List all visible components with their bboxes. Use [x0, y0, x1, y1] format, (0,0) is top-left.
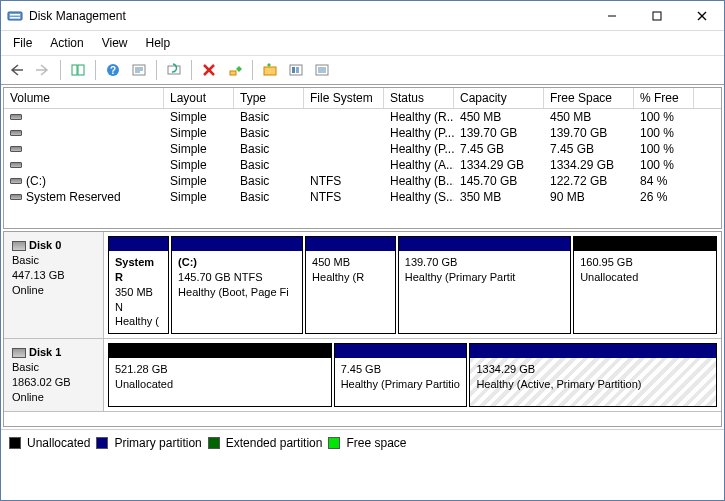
partition-size: 1334.29 GB: [476, 362, 710, 377]
partition-body: (C:)145.70 GB NTFSHealthy (Boot, Page Fi: [172, 251, 302, 333]
partition-body: 450 MBHealthy (R: [306, 251, 395, 333]
legend-label-unallocated: Unallocated: [27, 436, 90, 450]
partition-size: 521.28 GB: [115, 362, 325, 377]
partition-stripe: [306, 237, 395, 251]
menu-action[interactable]: Action: [42, 33, 91, 53]
volume-fs: [304, 109, 384, 125]
back-button[interactable]: [5, 59, 29, 81]
volume-row[interactable]: System ReservedSimpleBasicNTFSHealthy (S…: [4, 189, 721, 205]
volume-status: Healthy (B...: [384, 173, 454, 189]
partition-primary[interactable]: 1334.29 GBHealthy (Active, Primary Parti…: [469, 343, 717, 406]
svg-rect-15: [168, 66, 180, 74]
col-header-volume[interactable]: Volume: [4, 88, 164, 108]
show-hide-button[interactable]: [66, 59, 90, 81]
disk-map[interactable]: Disk 0Basic447.13 GBOnlineSystem R350 MB…: [3, 231, 722, 427]
volume-row[interactable]: SimpleBasicHealthy (A...1334.29 GB1334.2…: [4, 157, 721, 173]
partition-status: Healthy (Primary Partitio: [341, 377, 461, 392]
disk-info[interactable]: Disk 0Basic447.13 GBOnline: [4, 232, 104, 338]
col-header-free[interactable]: Free Space: [544, 88, 634, 108]
open-button[interactable]: [258, 59, 282, 81]
help-button[interactable]: ?: [101, 59, 125, 81]
volume-row[interactable]: (C:)SimpleBasicNTFSHealthy (B...145.70 G…: [4, 173, 721, 189]
col-header-fs[interactable]: File System: [304, 88, 384, 108]
forward-button[interactable]: [31, 59, 55, 81]
disk-map-empty: [4, 412, 721, 426]
partition-primary[interactable]: System R350 MB NHealthy (: [108, 236, 169, 334]
partition-name: (C:): [178, 255, 296, 270]
legend: Unallocated Primary partition Extended p…: [1, 429, 724, 456]
legend-swatch-extended: [208, 437, 220, 449]
properties-button[interactable]: [127, 59, 151, 81]
partition-body: 160.95 GBUnallocated: [574, 251, 716, 333]
volume-pct: 84 %: [634, 173, 694, 189]
volume-type: Basic: [234, 141, 304, 157]
partition-stripe: [172, 237, 302, 251]
partition-stripe: [109, 237, 168, 251]
volume-fs: [304, 125, 384, 141]
disk-info[interactable]: Disk 1Basic1863.02 GBOnline: [4, 339, 104, 410]
partition-stripe: [470, 344, 716, 358]
minimize-button[interactable]: [589, 1, 634, 30]
disk-state: Online: [12, 390, 95, 405]
volume-type: Basic: [234, 157, 304, 173]
svg-rect-0: [8, 12, 22, 20]
partition-primary[interactable]: 7.45 GBHealthy (Primary Partitio: [334, 343, 468, 406]
volume-status: Healthy (A...: [384, 157, 454, 173]
partition-stripe: [574, 237, 716, 251]
toolbar-separator: [191, 60, 192, 80]
col-header-pct[interactable]: % Free: [634, 88, 694, 108]
partition-primary[interactable]: (C:)145.70 GB NTFSHealthy (Boot, Page Fi: [171, 236, 303, 334]
volume-list[interactable]: Volume Layout Type File System Status Ca…: [3, 87, 722, 229]
new-button[interactable]: [223, 59, 247, 81]
volume-status: Healthy (R...: [384, 109, 454, 125]
volume-row[interactable]: SimpleBasicHealthy (P...7.45 GB7.45 GB10…: [4, 141, 721, 157]
window-controls: [589, 1, 724, 30]
partition-name: System R: [115, 255, 162, 285]
col-header-layout[interactable]: Layout: [164, 88, 234, 108]
settings-button[interactable]: [284, 59, 308, 81]
delete-button[interactable]: [197, 59, 221, 81]
disk-name: Disk 1: [29, 346, 61, 358]
col-header-type[interactable]: Type: [234, 88, 304, 108]
volume-fs: [304, 157, 384, 173]
legend-swatch-primary: [96, 437, 108, 449]
partition-primary[interactable]: 139.70 GBHealthy (Primary Partit: [398, 236, 571, 334]
menu-file[interactable]: File: [5, 33, 40, 53]
volume-free: 90 MB: [544, 189, 634, 205]
refresh-button[interactable]: [162, 59, 186, 81]
col-header-capacity[interactable]: Capacity: [454, 88, 544, 108]
volume-layout: Simple: [164, 157, 234, 173]
col-header-status[interactable]: Status: [384, 88, 454, 108]
menu-help[interactable]: Help: [138, 33, 179, 53]
volume-icon: [10, 114, 22, 120]
svg-rect-22: [296, 67, 299, 73]
legend-swatch-unallocated: [9, 437, 21, 449]
volume-row[interactable]: SimpleBasicHealthy (P...139.70 GB139.70 …: [4, 125, 721, 141]
volume-layout: Simple: [164, 189, 234, 205]
volume-free: 7.45 GB: [544, 141, 634, 157]
partition-unallocated[interactable]: 521.28 GBUnallocated: [108, 343, 332, 406]
volume-layout: Simple: [164, 141, 234, 157]
toolbar-separator: [95, 60, 96, 80]
volume-capacity: 139.70 GB: [454, 125, 544, 141]
partition-status: Healthy (Primary Partit: [405, 270, 564, 285]
maximize-button[interactable]: [634, 1, 679, 30]
volume-pct: 26 %: [634, 189, 694, 205]
volume-row[interactable]: SimpleBasicHealthy (R...450 MB450 MB100 …: [4, 109, 721, 125]
volume-capacity: 145.70 GB: [454, 173, 544, 189]
partition-unallocated[interactable]: 160.95 GBUnallocated: [573, 236, 717, 334]
volume-layout: Simple: [164, 109, 234, 125]
list-button[interactable]: [310, 59, 334, 81]
menu-bar: File Action View Help: [1, 31, 724, 55]
menu-view[interactable]: View: [94, 33, 136, 53]
partition-size: 7.45 GB: [341, 362, 461, 377]
close-button[interactable]: [679, 1, 724, 30]
partition-status: Healthy (Boot, Page Fi: [178, 285, 296, 300]
window-title: Disk Management: [29, 9, 589, 23]
volume-fs: NTFS: [304, 173, 384, 189]
legend-label-primary: Primary partition: [114, 436, 201, 450]
partition-primary[interactable]: 450 MBHealthy (R: [305, 236, 396, 334]
volume-icon: [10, 162, 22, 168]
volume-capacity: 450 MB: [454, 109, 544, 125]
legend-label-extended: Extended partition: [226, 436, 323, 450]
